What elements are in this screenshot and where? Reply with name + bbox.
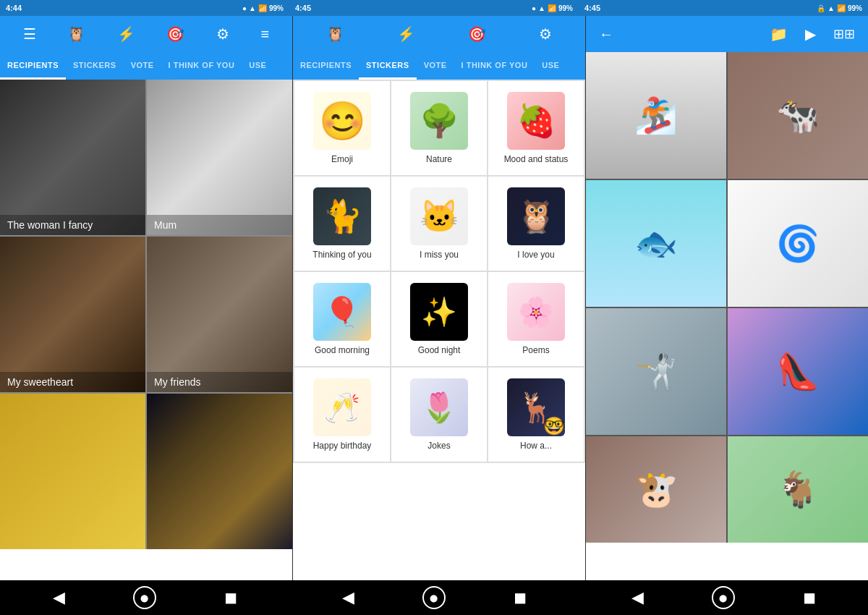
photo-knight[interactable]: 🤺 <box>586 308 726 435</box>
recent-nav-icon-mid[interactable]: ◼ <box>506 583 535 612</box>
bolt-icon-m[interactable]: ⚡ <box>391 20 421 48</box>
tab-recipients-left[interactable]: RECIPIENTS <box>0 52 66 80</box>
sticker-morning-image: 🎈 <box>313 283 371 341</box>
battery-2: 99% <box>558 4 573 12</box>
back-nav-icon-left[interactable]: ◀ <box>44 583 73 612</box>
time-2: 4:45 <box>295 4 311 12</box>
tab-vote-left[interactable]: VOTE <box>124 52 161 80</box>
tab-use-mid[interactable]: USE <box>535 52 566 80</box>
list-item[interactable] <box>0 394 145 549</box>
settings-icon[interactable]: ⚙ <box>210 20 235 48</box>
battery-1: 99% <box>269 4 284 12</box>
content-right: 🏂 🐄 🐟 🌀 🤺 👠 <box>586 52 868 580</box>
sticker-nature-label: Nature <box>426 154 452 164</box>
sticker-love[interactable]: 🦉 I love you <box>488 177 584 271</box>
recipient-label-friends: My friends <box>147 372 292 392</box>
list-item[interactable]: The woman I fancy <box>0 80 145 235</box>
sticker-miss-label: I miss you <box>420 250 459 260</box>
sticker-jokes-label: Jokes <box>427 441 450 451</box>
home-nav-icon-right[interactable]: ⬤ <box>712 586 735 609</box>
photo-goldfish[interactable]: 🐟 <box>586 180 726 307</box>
photo-skater[interactable]: 🏂 <box>586 52 726 179</box>
recipients-grid: The woman I fancy Mum My sweetheart My f… <box>0 80 292 549</box>
sticker-thinking[interactable]: 🐈 Thinking of you <box>294 177 390 271</box>
sticker-love-label: I love you <box>517 250 554 260</box>
menu2-icon[interactable]: ≡ <box>255 20 276 48</box>
photo-cows[interactable]: 🐄 <box>728 52 868 179</box>
recent-nav-icon-right[interactable]: ◼ <box>795 583 824 612</box>
sticker-morning-label: Good morning <box>315 345 370 355</box>
sticker-how[interactable]: 🦌 🤓 How a... <box>488 368 584 462</box>
tab-recipients-mid[interactable]: RECIPIENTS <box>293 52 359 80</box>
sticker-jokes[interactable]: 🌷 Jokes <box>391 368 487 462</box>
lifebuoy-icon[interactable]: 🎯 <box>161 20 190 48</box>
tab-vote-mid[interactable]: VOTE <box>417 52 454 80</box>
battery-3: 99% <box>848 4 862 12</box>
home-nav-icon-mid[interactable]: ⬤ <box>422 586 446 609</box>
back-nav-icon-mid[interactable]: ◀ <box>333 583 362 612</box>
sticker-jokes-image: 🌷 <box>410 378 468 436</box>
content-left: The woman I fancy Mum My sweetheart My f… <box>0 80 292 580</box>
sticker-emoji[interactable]: 😊 Emoji <box>294 81 390 175</box>
sticker-birthday[interactable]: 🥂 Happy birthday <box>294 368 390 462</box>
sticker-emoji-image: 😊 <box>313 92 371 150</box>
sticker-birthday-label: Happy birthday <box>313 441 372 451</box>
list-item[interactable] <box>147 394 292 549</box>
photo-rabbit[interactable]: 🐮 <box>586 436 726 543</box>
sticker-how-image: 🦌 🤓 <box>507 378 565 436</box>
sticker-mood-label: Mood and status <box>504 154 569 164</box>
tabs-left: RECIPIENTS STICKERS VOTE I THINK OF YOU … <box>0 52 292 80</box>
tab-stickers-mid[interactable]: STICKERS <box>359 52 417 80</box>
panel-middle: 🦉 ⚡ 🎯 ⚙ RECIPIENTS STICKERS VOTE I THINK… <box>293 16 586 580</box>
status-bars: 4:44 ● ▲ 📶 99% 4:45 ● ▲ 📶 99% 4:45 🔒 ▲ 📶… <box>0 0 868 16</box>
status-icons-3: 🔒 ▲ 📶 99% <box>817 4 862 12</box>
tabs-middle: RECIPIENTS STICKERS VOTE I THINK OF YOU … <box>293 52 585 80</box>
panel-left: ☰ 🦉 ⚡ 🎯 ⚙ ≡ RECIPIENTS STICKERS VOTE I T… <box>0 16 293 580</box>
list-item[interactable]: My friends <box>147 237 292 392</box>
sticker-morning[interactable]: 🎈 Good morning <box>294 272 390 366</box>
bolt-icon[interactable]: ⚡ <box>111 20 141 48</box>
back-icon[interactable]: ← <box>593 20 619 48</box>
menu-icon[interactable]: ☰ <box>17 20 42 48</box>
sticker-nature[interactable]: 🌳 Nature <box>391 81 487 175</box>
settings-icon-m[interactable]: ⚙ <box>533 20 558 48</box>
tab-ithinkofyou-mid[interactable]: I THINK OF YOU <box>454 52 535 80</box>
status-icons-2: ● ▲ 📶 99% <box>532 4 573 12</box>
sticker-nature-image: 🌳 <box>410 92 468 150</box>
back-nav-icon-right[interactable]: ◀ <box>623 583 652 612</box>
owl-icon-m[interactable]: 🦉 <box>320 20 350 48</box>
list-item[interactable]: My sweetheart <box>0 237 145 392</box>
photo-fashion[interactable]: 👠 <box>728 308 868 435</box>
sticker-poems-image: 🌸 <box>507 283 565 341</box>
bottom-nav: ◀ ⬤ ◼ ◀ ⬤ ◼ ◀ ⬤ ◼ <box>0 580 868 615</box>
bottom-nav-right: ◀ ⬤ ◼ <box>579 580 868 615</box>
list-item[interactable]: Mum <box>147 80 292 235</box>
time-3: 4:45 <box>584 4 600 12</box>
sticker-emoji-label: Emoji <box>331 154 353 164</box>
sticker-mood[interactable]: 🍓 Mood and status <box>488 81 584 175</box>
owl-icon[interactable]: 🦉 <box>61 20 91 48</box>
sticker-miss[interactable]: 🐱 I miss you <box>391 177 487 271</box>
recipient-label-mum: Mum <box>147 215 292 235</box>
recipient-label-sweetheart: My sweetheart <box>0 372 145 392</box>
tab-ithinkofyou-left[interactable]: I THINK OF YOU <box>161 52 242 80</box>
tab-use-left[interactable]: USE <box>242 52 273 80</box>
play-icon[interactable]: ▶ <box>799 20 822 48</box>
toolbar-right-icons: 📁 ▶ ⊞⊞ <box>764 20 861 48</box>
folder-icon[interactable]: 📁 <box>764 20 793 48</box>
recipient-label-woman: The woman I fancy <box>0 215 145 235</box>
status-bar-2: 4:45 ● ▲ 📶 99% <box>289 0 579 16</box>
sticker-miss-image: 🐱 <box>410 187 468 245</box>
lifebuoy-icon-m[interactable]: 🎯 <box>462 20 492 48</box>
grid4-icon[interactable]: ⊞⊞ <box>827 20 861 48</box>
photo-roll[interactable]: 🌀 <box>728 180 868 307</box>
sticker-poems[interactable]: 🌸 Poems <box>488 272 584 366</box>
recent-nav-icon-left[interactable]: ◼ <box>216 583 245 612</box>
sticker-night[interactable]: ✨ Good night <box>391 272 487 366</box>
sticker-night-image: ✨ <box>410 283 468 341</box>
stickers-grid: 😊 Emoji 🌳 Nature 🍓 Mood and status <box>293 80 585 463</box>
photo-goat[interactable]: 🐐 <box>728 436 868 543</box>
home-nav-icon-left[interactable]: ⬤ <box>133 586 156 609</box>
status-bar-1: 4:44 ● ▲ 📶 99% <box>0 0 289 16</box>
tab-stickers-left[interactable]: STICKERS <box>66 52 124 80</box>
